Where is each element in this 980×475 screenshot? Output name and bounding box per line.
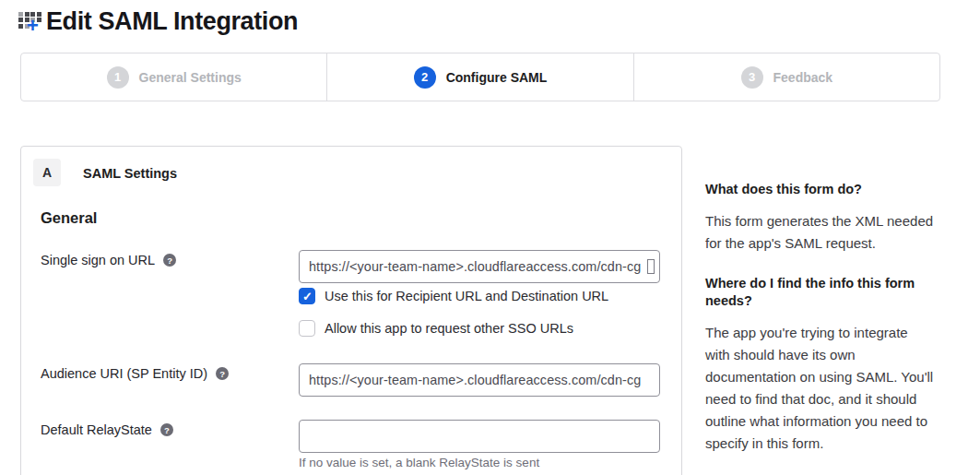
sidebar-q1-body: This form generates the XML needed for t… [705,210,934,255]
step-general-settings[interactable]: 1 General Settings [21,53,326,101]
step-number-badge: 2 [414,66,436,89]
help-sidebar: What does this form do? This form genera… [705,181,934,455]
audience-uri-textbox [299,363,660,397]
sidebar-q1-heading: What does this form do? [705,181,934,198]
step-configure-saml[interactable]: 2 Configure SAML [326,53,632,101]
recipient-url-check-row[interactable]: Use this for Recipient URL and Destinati… [299,288,608,304]
sso-url-label-text: Single sign on URL [41,253,155,267]
page-title: Edit SAML Integration [46,7,298,36]
checked-checkbox-icon[interactable] [299,288,315,304]
relay-state-helper: If no value is set, a blank RelayState i… [299,456,539,469]
sso-url-input[interactable] [299,250,660,283]
section-title: SAML Settings [83,166,177,181]
audience-uri-label-text: Audience URI (SP Entity ID) [41,366,207,381]
page-header: + Edit SAML Integration [18,7,298,36]
relay-state-input[interactable] [299,420,660,453]
unchecked-checkbox-icon[interactable] [299,320,315,337]
audience-uri-label: Audience URI (SP Entity ID) ? [41,366,229,381]
wizard-stepper: 1 General Settings 2 Configure SAML 3 Fe… [20,53,940,101]
step-feedback[interactable]: 3 Feedback [633,53,939,101]
step-label: Configure SAML [446,70,548,85]
step-label: Feedback [773,70,833,85]
sso-url-label: Single sign on URL ? [41,253,176,267]
audience-uri-input[interactable] [299,363,660,397]
relay-state-label: Default RelayState ? [41,422,173,437]
sso-url-textbox [299,250,660,283]
help-icon[interactable]: ? [163,254,176,267]
relay-state-textbox [299,420,660,453]
general-heading: General [41,209,97,227]
step-label: General Settings [139,70,242,85]
section-a-badge: A [33,159,61,186]
step-number-badge: 3 [741,66,763,89]
sidebar-q2-heading: Where do I find the info this form needs… [705,275,934,310]
step-number-badge: 1 [107,66,129,89]
help-icon[interactable]: ? [216,367,229,380]
checkbox-label: Allow this app to request other SSO URLs [325,321,573,336]
help-icon[interactable]: ? [160,423,173,436]
other-sso-urls-check-row[interactable]: Allow this app to request other SSO URLs [299,320,573,337]
checkbox-label: Use this for Recipient URL and Destinati… [325,289,608,303]
relay-state-label-text: Default RelayState [41,422,152,437]
text-cursor [647,259,655,274]
sidebar-q2-body: The app you're trying to integrate with … [705,322,934,455]
grid-plus-icon: + [18,10,42,34]
